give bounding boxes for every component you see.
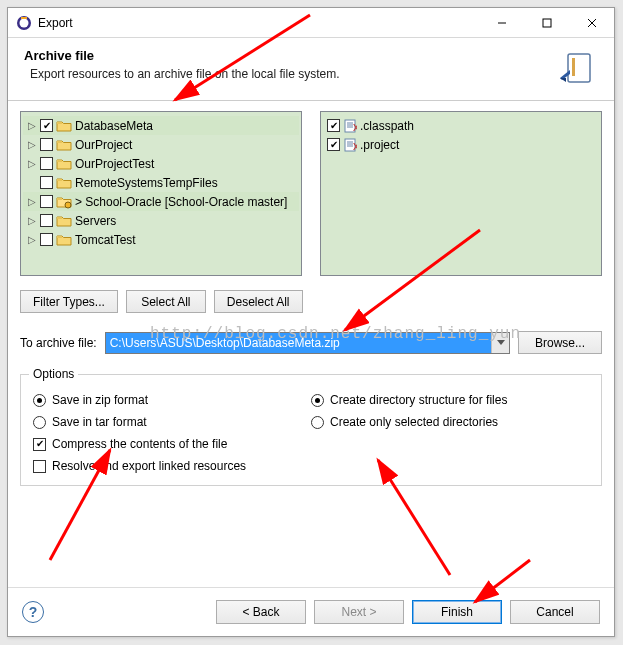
file-row[interactable]: x.project [323, 135, 599, 154]
tree-row[interactable]: ▷Servers [23, 211, 299, 230]
svg-rect-8 [57, 122, 62, 124]
option-label: Create directory structure for files [330, 393, 507, 407]
folder-icon [56, 138, 72, 152]
file-icon: x [343, 119, 357, 133]
option-resolve[interactable]: Resolve and export linked resources [33, 459, 311, 473]
svg-rect-12 [57, 198, 62, 200]
folder-icon [56, 157, 72, 171]
archive-path-combo[interactable] [105, 332, 510, 354]
finish-button[interactable]: Finish [412, 600, 502, 624]
expand-icon[interactable]: ▷ [27, 215, 37, 226]
minimize-button[interactable] [479, 8, 524, 37]
tree-row[interactable]: ▷OurProjectTest [23, 154, 299, 173]
checkbox-icon[interactable] [327, 138, 340, 151]
tree-row[interactable]: RemoteSystemsTempFiles [23, 173, 299, 192]
deselect-all-button[interactable]: Deselect All [214, 290, 303, 313]
checkbox-icon[interactable] [40, 195, 53, 208]
expand-icon[interactable]: ▷ [27, 196, 37, 207]
option-label: Save in tar format [52, 415, 147, 429]
radio-icon [33, 394, 46, 407]
maximize-button[interactable] [524, 8, 569, 37]
app-icon [16, 15, 32, 31]
svg-rect-6 [568, 54, 590, 82]
svg-rect-3 [543, 19, 551, 27]
body: ▷DatabaseMeta▷OurProject▷OurProjectTestR… [8, 101, 614, 587]
option-label: Compress the contents of the file [52, 437, 227, 451]
expand-icon[interactable]: ▷ [27, 139, 37, 150]
option-label: Save in zip format [52, 393, 148, 407]
tree-label: RemoteSystemsTempFiles [75, 176, 218, 190]
tree-label: OurProject [75, 138, 132, 152]
close-button[interactable] [569, 8, 614, 37]
checkbox-icon[interactable] [40, 119, 53, 132]
tree-label: Servers [75, 214, 116, 228]
cancel-button[interactable]: Cancel [510, 600, 600, 624]
checkbox-icon[interactable] [327, 119, 340, 132]
tree-label: OurProjectTest [75, 157, 154, 171]
tree-row[interactable]: ▷OurProject [23, 135, 299, 154]
window-title: Export [38, 16, 479, 30]
banner-title: Archive file [24, 48, 558, 63]
help-button[interactable]: ? [22, 601, 44, 623]
checkbox-icon[interactable] [40, 233, 53, 246]
checkbox-icon [33, 460, 46, 473]
tree-buttons: Filter Types... Select All Deselect All [20, 290, 602, 313]
svg-point-13 [65, 202, 71, 208]
option-label: Resolve and export linked resources [52, 459, 246, 473]
next-button: Next > [314, 600, 404, 624]
tree-row[interactable]: ▷> School-Oracle [School-Oracle master] [23, 192, 299, 211]
filter-types-button[interactable]: Filter Types... [20, 290, 118, 313]
svg-rect-7 [572, 58, 575, 76]
checkbox-icon[interactable] [40, 176, 53, 189]
checkbox-icon [33, 438, 46, 451]
folder-icon [56, 195, 72, 209]
svg-text:x: x [353, 139, 357, 152]
banner-subtitle: Export resources to an archive file on t… [24, 67, 558, 81]
option-tar[interactable]: Save in tar format [33, 415, 311, 429]
folder-icon [56, 214, 72, 228]
browse-button[interactable]: Browse... [518, 331, 602, 354]
svg-rect-11 [57, 179, 62, 181]
file-label: .classpath [360, 119, 414, 133]
folder-icon [56, 233, 72, 247]
select-all-button[interactable]: Select All [126, 290, 206, 313]
radio-icon [33, 416, 46, 429]
file-label: .project [360, 138, 399, 152]
back-button[interactable]: < Back [216, 600, 306, 624]
svg-rect-14 [57, 217, 62, 219]
svg-point-1 [20, 18, 29, 27]
checkbox-icon[interactable] [40, 214, 53, 227]
expand-icon[interactable]: ▷ [27, 120, 37, 131]
file-list[interactable]: x.classpathx.project [320, 111, 602, 276]
footer: ? < Back Next > Finish Cancel [8, 587, 614, 636]
tree-row[interactable]: ▷DatabaseMeta [23, 116, 299, 135]
archive-path-label: To archive file: [20, 336, 97, 350]
tree-row[interactable]: ▷TomcatTest [23, 230, 299, 249]
expand-icon[interactable]: ▷ [27, 234, 37, 245]
file-row[interactable]: x.classpath [323, 116, 599, 135]
resource-lists: ▷DatabaseMeta▷OurProject▷OurProjectTestR… [20, 111, 602, 276]
option-compress[interactable]: Compress the contents of the file [33, 437, 311, 451]
export-dialog: Export Archive file Export resources to … [7, 7, 615, 637]
archive-path-input[interactable] [105, 332, 510, 354]
svg-rect-15 [57, 236, 62, 238]
option-dir-struct[interactable]: Create directory structure for files [311, 393, 589, 407]
option-only-selected[interactable]: Create only selected directories [311, 415, 589, 429]
tree-label: > School-Oracle [School-Oracle master] [75, 195, 287, 209]
tree-label: TomcatTest [75, 233, 136, 247]
checkbox-icon[interactable] [40, 157, 53, 170]
chevron-down-icon[interactable] [491, 333, 509, 353]
expand-icon[interactable]: ▷ [27, 158, 37, 169]
titlebar: Export [8, 8, 614, 38]
svg-text:x: x [353, 120, 357, 133]
archive-path-row: To archive file: Browse... [20, 331, 602, 354]
folder-icon [56, 176, 72, 190]
checkbox-icon[interactable] [40, 138, 53, 151]
folder-icon [56, 119, 72, 133]
project-tree[interactable]: ▷DatabaseMeta▷OurProject▷OurProjectTestR… [20, 111, 302, 276]
file-icon: x [343, 138, 357, 152]
export-archive-icon [558, 48, 598, 88]
option-zip[interactable]: Save in zip format [33, 393, 311, 407]
tree-label: DatabaseMeta [75, 119, 153, 133]
radio-icon [311, 394, 324, 407]
